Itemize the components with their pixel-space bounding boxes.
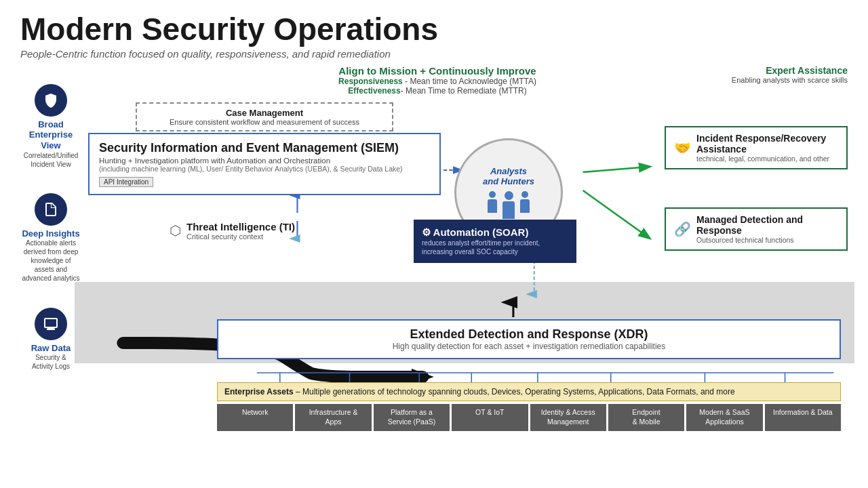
effectiveness-label: Effectiveness: [348, 86, 400, 96]
asset-cat-iam: Identity & AccessManagement: [530, 404, 606, 430]
expert-title: Expert Assistance: [665, 65, 848, 76]
svg-line-6: [583, 190, 650, 238]
ti-subtitle: Critical security context: [186, 232, 295, 241]
sidebar-item-deep-insights: Deep Insights Actionable alerts derived …: [20, 193, 81, 283]
responsiveness-label: Responsiveness: [338, 77, 403, 86]
asset-cat-ot-iot: OT & IoT: [452, 404, 528, 430]
align-effectiveness: Effectiveness- Mean Time to Remediate (M…: [217, 86, 658, 96]
align-responsiveness: Responsiveness - Mean time to Acknowledg…: [217, 77, 658, 86]
ir-icon: 🤝: [674, 140, 691, 156]
document-icon: [35, 193, 67, 226]
mdr-icon: 🔗: [674, 221, 691, 237]
title-section: Modern Security Operations People-Centri…: [20, 12, 848, 60]
subtitle: People-Centric function focused on quali…: [20, 48, 848, 60]
incident-response-box: 🤝 Incident Response/Recovery Assistance …: [665, 126, 848, 169]
raw-data-sublabel: Security &Activity Logs: [32, 353, 70, 371]
ti-title: Threat Intelligence (TI): [186, 221, 295, 232]
siem-sub1: Hunting + Investigation platform with Au…: [99, 157, 430, 165]
diagram-area: Align to Mission + Continuously Improve …: [81, 65, 848, 431]
siem-sub2: (including machine learning (ML), User/ …: [99, 165, 430, 173]
case-mgmt-subtitle: Ensure consistent workflow and measureme…: [144, 118, 385, 126]
deep-insights-sublabel: Actionable alerts derived from deepknowl…: [20, 239, 81, 283]
monitor-icon: [35, 308, 67, 340]
left-sidebar: Broad Enterprise View Correlated/Unified…: [20, 65, 81, 431]
align-title: Align to Mission + Continuously Improve: [217, 65, 658, 77]
svg-line-5: [583, 167, 650, 172]
enterprise-assets-label: Enterprise Assets: [224, 387, 294, 396]
case-mgmt-title: Case Management: [144, 108, 385, 118]
bottom-section: Enterprise Assets – Multiple generations…: [217, 382, 841, 430]
asset-cat-endpoint: Endpoint& Mobile: [608, 404, 684, 430]
asset-cat-network: Network: [217, 404, 293, 430]
asset-cat-infra: Infrastructure & Apps: [295, 404, 371, 430]
siem-title: Security Information and Event Managemen…: [99, 141, 430, 155]
mdr-subtitle: Outsourced technical functions: [696, 236, 838, 244]
broad-enterprise-label: Broad Enterprise View: [20, 119, 81, 151]
ir-subtitle: technical, legal, communication, and oth…: [696, 155, 838, 163]
siem-box: Security Information and Event Managemen…: [88, 133, 441, 195]
analysts-icons: [488, 191, 530, 219]
asset-cat-saas: Modern & SaaS Applications: [686, 404, 762, 430]
asset-cat-info-data: Information & Data: [765, 404, 841, 430]
broad-enterprise-sublabel: Correlated/UnifiedIncident View: [24, 151, 79, 169]
asset-categories: Network Infrastructure & Apps Platform a…: [217, 404, 841, 430]
xdr-title: Extended Detection and Response (XDR): [228, 327, 830, 342]
sidebar-item-raw-data: Raw Data Security &Activity Logs: [20, 308, 81, 371]
main-container: Modern Security Operations People-Centri…: [0, 0, 868, 488]
enterprise-banner: Enterprise Assets – Multiple generations…: [217, 382, 841, 401]
asset-cat-paas: Platform as aService (PaaS): [374, 404, 450, 430]
mdr-box: 🔗 Managed Detection and Response Outsour…: [665, 207, 848, 251]
soar-subtitle: reduces analyst effort/time per incident…: [422, 239, 568, 256]
xdr-box: Extended Detection and Response (XDR) Hi…: [217, 319, 841, 359]
analysts-title: Analystsand Hunters: [483, 166, 534, 187]
content-area: Broad Enterprise View Correlated/Unified…: [20, 65, 848, 431]
xdr-subtitle: High quality detection for each asset + …: [228, 342, 830, 351]
mdr-title: Managed Detection and Response: [696, 214, 838, 236]
expert-section: Expert Assistance Enabling analysts with…: [665, 65, 848, 84]
raw-data-label: Raw Data: [31, 343, 71, 354]
shield-icon: [35, 84, 67, 117]
deep-insights-label: Deep Insights: [22, 228, 79, 239]
soar-title: ⚙ Automation (SOAR): [422, 226, 568, 239]
api-badge: API Integration: [99, 177, 153, 187]
case-management-box: Case Management Ensure consistent workfl…: [136, 102, 393, 131]
ir-title: Incident Response/Recovery Assistance: [696, 133, 838, 155]
ti-icon: ⬡: [170, 222, 181, 239]
enterprise-assets-text: – Multiple generations of technology spa…: [296, 387, 735, 396]
sidebar-item-broad-enterprise: Broad Enterprise View Correlated/Unified…: [20, 84, 81, 169]
soar-box: ⚙ Automation (SOAR) reduces analyst effo…: [414, 220, 576, 263]
align-section: Align to Mission + Continuously Improve …: [217, 65, 658, 96]
expert-subtitle: Enabling analysts with scarce skills: [665, 76, 848, 84]
main-title: Modern Security Operations: [20, 12, 848, 47]
threat-intelligence-box: ⬡ Threat Intelligence (TI) Critical secu…: [170, 221, 326, 241]
